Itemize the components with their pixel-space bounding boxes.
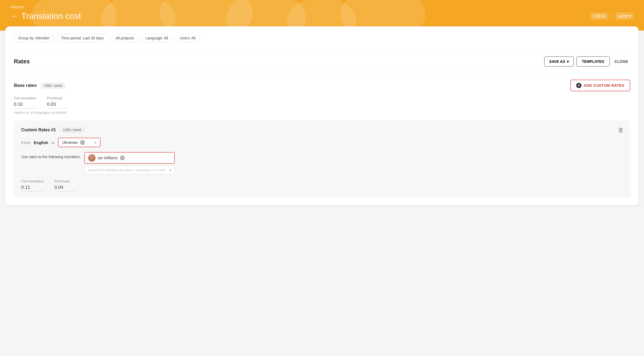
from-language: English <box>34 140 48 145</box>
breadcrumb: Reports <box>11 5 633 9</box>
page-title: ← Translation cost <box>11 11 81 21</box>
currency-label: USD <box>593 14 602 19</box>
applies-note: Applies to all languages by default <box>14 111 630 114</box>
members-dropdown-chevron-icon: ▾ <box>170 168 171 172</box>
member-avatar <box>88 154 95 162</box>
to-language-remove-icon[interactable]: ✕ <box>80 140 85 145</box>
header-controls: USD ▾ / word ▾ <box>591 13 633 20</box>
from-label: From <box>21 140 31 145</box>
filter-language[interactable]: Language: All <box>141 34 173 42</box>
delete-custom-rates-button[interactable]: 🗑 <box>618 127 624 134</box>
custom-rates-fields: Full translation 0.11 Proofread 0.04 <box>21 179 623 191</box>
members-label: Use rates to the following members: <box>21 152 81 159</box>
filter-group-by[interactable]: Group by: Member <box>14 34 54 42</box>
separator: / <box>611 13 612 19</box>
custom-rates-currency-badge: USD / word <box>60 127 85 133</box>
rates-actions: SAVE AS ▾ TEMPLATES CLOSE <box>544 56 630 67</box>
to-language-chevron-icon: ▾ <box>95 141 96 144</box>
proofread-label: Proofread <box>47 96 68 100</box>
filter-projects[interactable]: All projects <box>111 34 138 42</box>
page-header: Reports ← Translation cost USD ▾ / word … <box>0 0 644 31</box>
save-as-chevron-icon: ▾ <box>567 59 569 64</box>
language-row: From English to Ukrainian ✕ ▾ <box>21 138 623 147</box>
add-custom-rates-button[interactable]: + ADD CUSTOM RATES <box>570 80 630 91</box>
plus-circle-icon: + <box>576 83 581 88</box>
custom-rates-block: 🗑 Custom Rates #1 USD / word From Englis… <box>14 120 630 198</box>
custom-full-translation-field: Full translation 0.11 <box>21 179 44 191</box>
filters-bar: Group by: Member Time period: Last 30 da… <box>14 34 630 42</box>
custom-full-translation-value: 0.11 <box>21 185 44 191</box>
base-rates-section: Base rates USD / word + ADD CUSTOM RATES… <box>14 80 630 114</box>
add-custom-label: ADD CUSTOM RATES <box>584 83 624 88</box>
unit-label: word <box>618 14 628 19</box>
member-chip: Ian Williams ✕ <box>88 154 124 162</box>
close-button[interactable]: CLOSE <box>612 57 630 66</box>
base-rates-currency-badge: USD / word <box>40 83 65 89</box>
custom-proofread-value: 0.04 <box>55 185 76 191</box>
full-translation-field: Full translation 0.10 <box>14 96 36 108</box>
save-as-button[interactable]: SAVE AS ▾ <box>544 56 574 67</box>
custom-full-translation-label: Full translation <box>21 179 44 183</box>
title-text: Translation cost <box>21 11 81 21</box>
members-dropdown: Search for members by name, username, or… <box>84 166 175 174</box>
save-as-label: SAVE AS <box>549 59 565 64</box>
full-translation-value: 0.10 <box>14 102 36 108</box>
members-search-row: Search for members by name, username, or… <box>85 166 174 174</box>
rates-section-header: Rates SAVE AS ▾ TEMPLATES CLOSE <box>14 56 630 72</box>
proofread-value: 0.03 <box>47 102 68 108</box>
to-language-select[interactable]: Ukrainian ✕ ▾ <box>58 138 101 147</box>
proofread-field: Proofread 0.03 <box>47 96 68 108</box>
members-select[interactable]: Ian Williams ✕ <box>84 152 175 164</box>
close-label: CLOSE <box>614 59 628 64</box>
to-language-value: Ukrainian <box>62 140 78 145</box>
base-rates-fields: Full translation 0.10 Proofread 0.03 <box>14 96 630 108</box>
back-arrow-icon[interactable]: ← <box>11 12 18 21</box>
base-rates-title-row: Base rates USD / word <box>14 83 65 89</box>
to-label: to <box>51 140 55 145</box>
full-translation-label: Full translation <box>14 96 36 100</box>
member-remove-icon[interactable]: ✕ <box>120 156 125 160</box>
currency-dropdown[interactable]: USD ▾ <box>591 13 608 20</box>
unit-chevron-icon: ▾ <box>629 14 631 19</box>
filter-time-period[interactable]: Time period: Last 30 days <box>57 34 109 42</box>
custom-rates-header: Custom Rates #1 USD / word <box>21 127 623 133</box>
unit-dropdown[interactable]: word ▾ <box>616 13 633 20</box>
templates-label: TEMPLATES <box>582 59 604 64</box>
custom-proofread-label: Proofread <box>55 179 76 183</box>
custom-proofread-field: Proofread 0.04 <box>55 179 76 191</box>
member-name: Ian Williams <box>98 156 118 160</box>
members-row: Use rates to the following members: Ian … <box>21 152 623 174</box>
filter-users[interactable]: Users: All <box>175 34 200 42</box>
templates-button[interactable]: TEMPLATES <box>576 56 610 67</box>
currency-chevron-icon: ▾ <box>603 14 605 19</box>
members-search-hint: Search for members by name, username, or… <box>88 168 165 172</box>
base-rates-title: Base rates <box>14 83 37 88</box>
main-card: Group by: Member Time period: Last 30 da… <box>5 26 639 205</box>
custom-rates-title: Custom Rates #1 <box>21 128 56 132</box>
delete-icon: 🗑 <box>618 127 624 133</box>
rates-title: Rates <box>14 58 30 65</box>
